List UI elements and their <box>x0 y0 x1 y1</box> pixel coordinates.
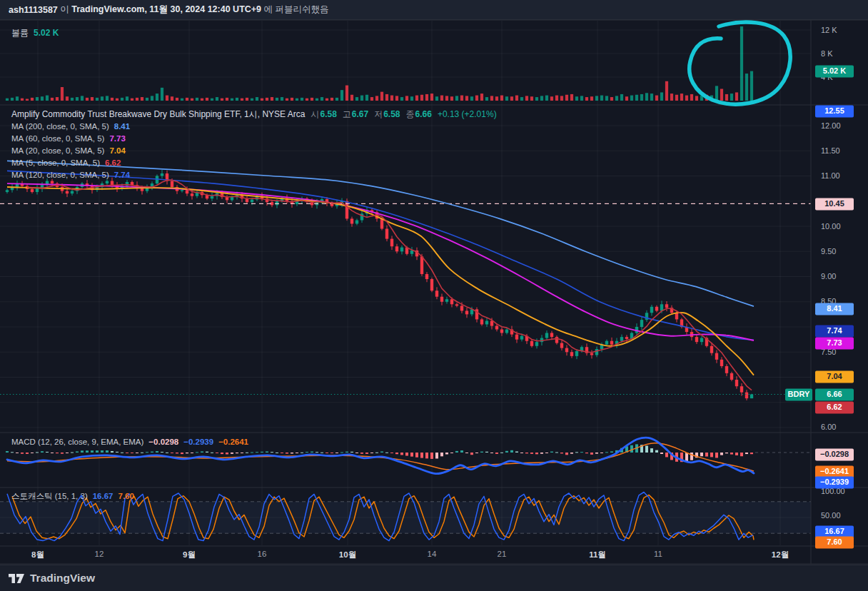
time-axis-label: 8월 <box>31 550 44 560</box>
ma-legend-value: 6.62 <box>105 158 121 167</box>
footer-brand[interactable]: TradingView <box>30 572 95 585</box>
publisher-username[interactable]: ash1113587 <box>9 5 58 15</box>
axis-price-badge: 10.45 <box>815 198 854 210</box>
time-axis-label: 11월 <box>589 550 606 560</box>
time-axis-label: 10월 <box>339 550 356 560</box>
axis-price-badge: 8.41 <box>815 303 854 315</box>
ma-legend-value: 7.73 <box>109 134 125 143</box>
axis-label: 12.00 <box>821 121 841 130</box>
symbol-price-chip: BDRY <box>785 388 812 400</box>
axis-label: 50.00 <box>821 511 841 520</box>
axis-price-badge: 7.04 <box>815 370 854 383</box>
hand-drawn-circle-annotation <box>690 22 790 104</box>
ma-legend-row[interactable]: MA (120, close, 0, SMA, 5)7.74 <box>11 171 130 179</box>
time-axis-label: 12월 <box>772 550 789 560</box>
time-axis-label: 9월 <box>183 550 196 560</box>
axis-price-badge: 7.74 <box>815 325 854 337</box>
axis-label: 11.50 <box>821 146 840 155</box>
ma-legend-row[interactable]: MA (20, close, 0, SMA, 5)7.04 <box>11 146 126 155</box>
axis-label: 9.50 <box>821 247 836 256</box>
axis-price-badge: 5.02 K <box>815 65 854 77</box>
axis-label: 12 K <box>821 26 837 34</box>
chart-canvas[interactable] <box>0 0 868 591</box>
ma-legend-label: MA (200, close, 0, SMA, 5) <box>11 122 109 131</box>
ma-legend-value: 7.74 <box>114 171 130 179</box>
time-axis-label: 14 <box>428 550 437 558</box>
publish-source: TradingView.com, 11월 30, 2024 12:40 UTC+… <box>71 4 261 16</box>
footer: TradingView <box>0 565 868 591</box>
axis-label: 8 K <box>821 49 833 58</box>
publish-connector: 이 <box>58 4 71 16</box>
axis-price-badge: −0.2939 <box>815 476 854 488</box>
axis-label: 11.00 <box>821 171 840 180</box>
axis-price-badge: −0.0298 <box>815 448 854 460</box>
axis-price-badge: 6.62 <box>815 401 854 413</box>
axis-price-badge: 6.66 <box>815 388 854 400</box>
publish-bar: ash1113587 이 TradingView.com, 11월 30, 20… <box>0 0 868 20</box>
ma-legend-label: MA (20, close, 0, SMA, 5) <box>11 146 104 155</box>
time-axis-label: 11 <box>654 550 662 558</box>
ma-legend-label: MA (5, close, 0, SMA, 5) <box>11 158 100 167</box>
ma-legend-label: MA (60, close, 0, SMA, 5) <box>11 134 104 143</box>
axis-label: 10.00 <box>821 222 841 231</box>
axis-price-badge: 7.73 <box>815 337 854 349</box>
axis-price-badge: 12.55 <box>815 105 854 117</box>
publish-suffix: 에 퍼블리쉬했음 <box>261 4 328 16</box>
axis-label: 6.00 <box>821 423 836 431</box>
time-axis-label: 21 <box>498 550 507 558</box>
time-axis-label: 12 <box>95 550 104 558</box>
time-axis-label: 16 <box>258 550 267 558</box>
axis-price-badge: 7.60 <box>815 536 854 548</box>
ma-legend-value: 7.04 <box>109 146 125 155</box>
ma-legend-row[interactable]: MA (60, close, 0, SMA, 5)7.73 <box>11 134 126 143</box>
axis-label: 9.00 <box>821 272 836 281</box>
tradingview-logo-icon <box>9 572 25 585</box>
ma-legend-label: MA (120, close, 0, SMA, 5) <box>11 171 109 179</box>
ma-legend-row[interactable]: MA (200, close, 0, SMA, 5)8.41 <box>11 122 130 131</box>
ma-legend-value: 8.41 <box>114 122 130 131</box>
ma-legend-row[interactable]: MA (5, close, 0, SMA, 5)6.62 <box>11 158 121 167</box>
